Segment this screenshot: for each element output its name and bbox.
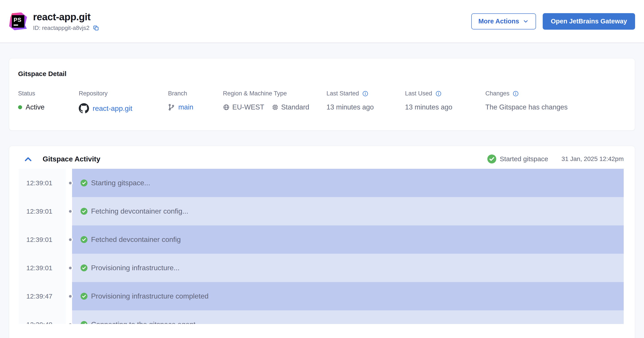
changes-label: Changes bbox=[485, 90, 510, 97]
logo-box: PS bbox=[12, 15, 24, 28]
event-time: 12:39:47 bbox=[19, 282, 66, 310]
last-used-value: 13 minutes ago bbox=[405, 103, 452, 111]
machine-type-icon bbox=[272, 104, 278, 111]
repository-label: Repository bbox=[79, 90, 168, 97]
main-content: Gitspace Detail Status Active Repository… bbox=[0, 58, 644, 338]
check-icon bbox=[80, 208, 88, 215]
activity-row: 12:39:47 Provisioning infrastructure com… bbox=[19, 282, 624, 310]
activity-title: Gitspace Activity bbox=[42, 155, 100, 163]
timeline-dot-icon bbox=[68, 266, 73, 271]
gitspace-activity-card: Gitspace Activity Started gitspace 31 Ja… bbox=[9, 146, 635, 338]
repository-link[interactable]: react-app.git bbox=[92, 104, 132, 113]
timeline-dot-icon bbox=[68, 181, 73, 186]
check-icon bbox=[80, 321, 88, 324]
event-time: 12:39:01 bbox=[19, 197, 66, 225]
chevron-down-icon bbox=[522, 18, 529, 24]
info-icon[interactable] bbox=[512, 90, 519, 97]
chevron-up-icon bbox=[24, 155, 32, 163]
open-jetbrains-gateway-button[interactable]: Open JetBrains Gateway bbox=[543, 13, 635, 30]
last-used-column: Last Used 13 minutes ago bbox=[405, 90, 485, 111]
machine-type-value: Standard bbox=[281, 103, 309, 111]
event-time: 12:39:48 bbox=[19, 310, 66, 324]
check-icon bbox=[80, 236, 88, 243]
branch-label: Branch bbox=[168, 90, 223, 97]
timeline-dot-icon bbox=[68, 294, 73, 299]
status-dot-icon bbox=[18, 105, 22, 109]
more-actions-label: More Actions bbox=[478, 18, 519, 25]
status-value: Active bbox=[26, 103, 44, 111]
app-header: PS react-app.git ID: reactappgit-a8vjs2 … bbox=[0, 0, 644, 43]
timeline-track bbox=[66, 169, 72, 197]
timeline-dot-icon bbox=[68, 237, 73, 242]
event-message: Starting gitspace... bbox=[91, 179, 150, 187]
phpstorm-logo-icon: PS bbox=[9, 12, 27, 30]
activity-row: 12:39:01 Starting gitspace... bbox=[19, 169, 624, 197]
git-branch-icon bbox=[168, 104, 175, 111]
open-gateway-label: Open JetBrains Gateway bbox=[551, 18, 627, 25]
activity-status-text: Started gitspace bbox=[500, 155, 548, 163]
copy-id-button[interactable] bbox=[92, 24, 99, 31]
activity-row: 12:39:48 Connecting to the gitspace agen… bbox=[19, 310, 624, 324]
page-title: react-app.git bbox=[33, 11, 99, 22]
logo-text: PS bbox=[14, 17, 22, 23]
event-message: Fetching devcontainer config... bbox=[91, 207, 188, 215]
status-column: Status Active bbox=[18, 90, 79, 111]
timeline-dot-icon bbox=[68, 209, 73, 214]
detail-card-title: Gitspace Detail bbox=[18, 70, 625, 78]
last-started-label: Last Started bbox=[326, 90, 359, 97]
timeline-track bbox=[66, 254, 72, 282]
region-value: EU-WEST bbox=[232, 103, 264, 111]
gitspace-id: ID: reactappgit-a8vjs2 bbox=[33, 24, 90, 31]
changes-column: Changes The Gitspace has changes bbox=[485, 90, 568, 111]
success-check-icon bbox=[487, 154, 496, 163]
last-started-column: Last Started 13 minutes ago bbox=[326, 90, 405, 111]
timeline-track bbox=[66, 282, 72, 310]
branch-column: Branch main bbox=[168, 90, 223, 111]
last-used-label: Last Used bbox=[405, 90, 432, 97]
activity-status-time: 31 Jan, 2025 12:42pm bbox=[562, 155, 624, 163]
event-time: 12:39:01 bbox=[19, 254, 66, 282]
status-label: Status bbox=[18, 90, 79, 97]
region-machine-label: Region & Machine Type bbox=[223, 90, 326, 97]
gitspace-detail-card: Gitspace Detail Status Active Repository… bbox=[9, 58, 635, 131]
timeline-track bbox=[66, 197, 72, 225]
check-icon bbox=[80, 293, 88, 300]
changes-value: The Gitspace has changes bbox=[485, 103, 568, 111]
globe-icon bbox=[223, 104, 230, 111]
check-icon bbox=[80, 264, 88, 271]
timeline-track bbox=[66, 225, 72, 254]
branch-link[interactable]: main bbox=[178, 103, 193, 111]
last-started-value: 13 minutes ago bbox=[326, 103, 374, 111]
logo-underscore bbox=[14, 24, 18, 26]
activity-row: 12:39:01 Fetching devcontainer config... bbox=[19, 197, 624, 225]
event-message: Connecting to the gitspace agent... bbox=[91, 320, 202, 324]
activity-row: 12:39:01 Provisioning infrastructure... bbox=[19, 254, 624, 282]
event-message: Fetched devcontainer config bbox=[91, 235, 181, 244]
region-machine-column: Region & Machine Type EU-WEST Standar bbox=[223, 90, 326, 111]
info-icon[interactable] bbox=[362, 90, 368, 97]
event-message: Provisioning infrastructure... bbox=[91, 264, 180, 272]
activity-row: 12:39:01 Fetched devcontainer config bbox=[19, 225, 624, 254]
check-icon bbox=[80, 179, 88, 186]
event-message: Provisioning infrastructure completed bbox=[91, 292, 208, 300]
more-actions-button[interactable]: More Actions bbox=[471, 13, 536, 29]
event-time: 12:39:01 bbox=[19, 169, 66, 197]
repository-column: Repository react-app.git bbox=[79, 90, 168, 113]
github-icon bbox=[79, 103, 89, 113]
copy-icon bbox=[92, 24, 99, 31]
info-icon[interactable] bbox=[435, 90, 442, 97]
timeline-track bbox=[66, 310, 72, 324]
timeline-dot-icon bbox=[68, 322, 73, 324]
collapse-activity-button[interactable] bbox=[24, 155, 32, 163]
activity-log: 12:39:01 Starting gitspace... 12:39:01 F… bbox=[19, 169, 624, 324]
event-time: 12:39:01 bbox=[19, 225, 66, 254]
